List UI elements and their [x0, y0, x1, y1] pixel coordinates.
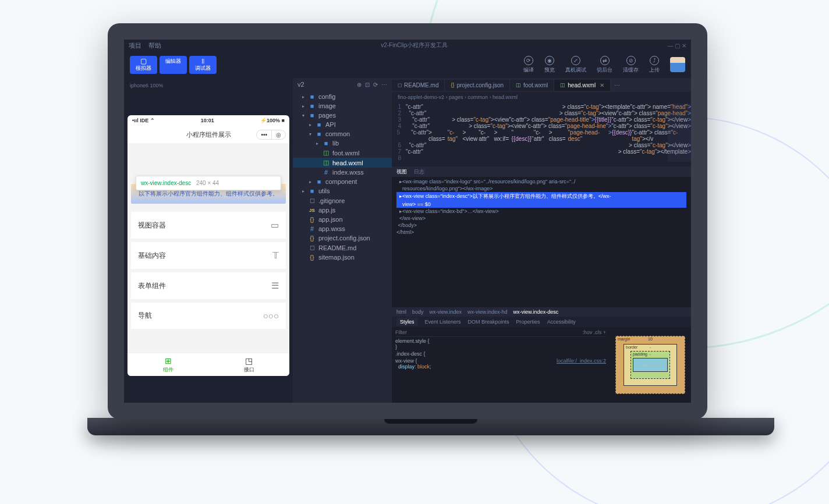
toolbar-action[interactable]: ⊘清缓存 [623, 56, 639, 74]
menu-item[interactable]: 项目 [129, 41, 141, 50]
tree-node[interactable]: ◫head.wxml [293, 158, 392, 168]
styles-subtab[interactable]: Event Listeners [425, 319, 461, 325]
toolbar-action[interactable]: ⟳编译 [523, 56, 534, 74]
tree-header-icon[interactable]: ⟳ [373, 81, 378, 88]
tree-node[interactable]: {}sitemap.json [293, 253, 392, 262]
component-list-item[interactable]: 视图容器▭ [131, 212, 286, 239]
sim-tab[interactable]: ◳接口 [208, 353, 289, 376]
code-editor[interactable]: 1"c-attr"> class="c-tag"><template"c-att… [392, 102, 691, 166]
avatar[interactable] [670, 57, 685, 72]
device-statusbar: •ııl IDE ⌃ 10:01 ⚡100% ■ [127, 115, 289, 126]
tree-node[interactable]: ▸■API [293, 120, 392, 129]
sim-tab[interactable]: ⊞组件 [127, 353, 208, 376]
tree-node[interactable]: ▸■utils [293, 186, 392, 196]
editor-tab[interactable]: ◻README.md [392, 80, 445, 91]
capsule-button[interactable]: ••• ◎ [256, 130, 286, 140]
code-line[interactable]: 6 "c-attr"> class="c-tag"></view> [392, 142, 691, 148]
editor-tab[interactable]: ◫head.wxml✕ [554, 80, 611, 91]
project-root: v2 [297, 81, 304, 88]
breadcrumb[interactable]: fino-applet-demo-v2 › pages › common › h… [392, 92, 691, 102]
laptop-frame: 项目帮助 v2-FinClip小程序开发工具 — ▢ ✕ ▢模拟器编辑器⫴调试器… [87, 23, 728, 471]
devtools-top-tabs[interactable]: 视图日志 [392, 166, 691, 177]
elements-tree[interactable]: ▸<wx-image class="index-logo" src="../re… [392, 177, 691, 307]
component-list-item[interactable]: 表单组件☰ [131, 272, 286, 299]
filter-actions[interactable]: :hov .cls + [582, 329, 606, 335]
more-tabs-icon[interactable]: ⋯ [611, 82, 623, 88]
menu-item[interactable]: 帮助 [148, 41, 161, 50]
tree-header: v2 ⊕⊡⟳⋯ [293, 78, 392, 91]
toolbar-action[interactable]: ⤴上传 [649, 56, 660, 74]
devtools: 视图日志 ▸<wx-image class="index-logo" src="… [392, 166, 691, 403]
window-controls[interactable]: — ▢ ✕ [667, 42, 686, 49]
element-crumb[interactable]: wx-view.index-hd [467, 309, 508, 315]
code-line[interactable]: 4 "c-attr"> class="c-tag"><view"c-attr">… [392, 123, 691, 129]
code-line[interactable]: 7"c-attr"> class="c-tag"></template> [392, 148, 691, 155]
device-header: 小程序组件展示 ••• ◎ [127, 126, 289, 143]
tree-node[interactable]: ▸■config [293, 92, 392, 101]
code-line[interactable]: 5 "c-attr"> class="c-tag"><view"c-attr">… [392, 129, 691, 142]
tree-header-icon[interactable]: ⊕ [357, 81, 362, 88]
editor-panel: ◻README.md{}project.config.json◫foot.wxm… [392, 78, 691, 403]
element-crumb[interactable]: html [396, 309, 406, 315]
tree-node[interactable]: ▸■component [293, 177, 392, 186]
tree-node[interactable]: ▸■lib [293, 139, 392, 148]
css-rule[interactable]: .index-desc {</span></div><div>&nbsp;&nb… [395, 351, 606, 357]
tree-node[interactable]: ▾■pages [293, 111, 392, 120]
tree-node[interactable]: {}app.json [293, 215, 392, 224]
elements-crumbs[interactable]: htmlbodywx-view.indexwx-view.index-hdwx-… [392, 307, 691, 317]
tree-node[interactable]: JSapp.js [293, 205, 392, 215]
element-node[interactable]: </html> [396, 229, 686, 236]
code-line[interactable]: 2 "c-attr"> class="c-tag"><view"c-attr">… [392, 110, 691, 116]
editor-tabs: ◻README.md{}project.config.json◫foot.wxm… [392, 78, 691, 92]
tree-header-icon[interactable]: ⊡ [365, 81, 370, 88]
tree-node[interactable]: #index.wxss [293, 168, 392, 177]
toolbar-pill[interactable]: ▢模拟器 [130, 56, 157, 74]
devtools-tab[interactable]: 视图 [396, 168, 407, 176]
editor-tab[interactable]: {}project.config.json [445, 80, 510, 91]
toolbar-action[interactable]: ⇄切后台 [597, 56, 612, 74]
devtools-tab[interactable]: 日志 [414, 168, 424, 176]
editor-tab[interactable]: ◫foot.wxml [510, 80, 554, 91]
tree-node[interactable]: #app.wxss [293, 224, 392, 233]
code-line[interactable]: 3 "c-attr"> class="c-tag"><view"c-attr">… [392, 116, 691, 123]
element-node[interactable]: </body> [396, 222, 686, 229]
element-node[interactable]: </wx-view> [396, 215, 686, 222]
tree-node[interactable]: ◻.gitignore [293, 196, 392, 205]
toolbar-action[interactable]: ⤢真机调试 [565, 56, 586, 74]
tree-node[interactable]: ◻README.md [293, 243, 392, 253]
element-crumb[interactable]: body [412, 309, 424, 315]
code-line[interactable]: 8 [392, 155, 691, 161]
tree-header-icon[interactable]: ⋯ [381, 81, 387, 88]
tree-node[interactable]: ▾■common [293, 129, 392, 139]
tree-node[interactable]: {}project.config.json [293, 233, 392, 243]
styles-tabs[interactable]: StylesEvent ListenersDOM BreakpointsProp… [392, 317, 691, 327]
toolbar-action[interactable]: ◉预览 [544, 56, 555, 74]
styles-pane[interactable]: Filter :hov .cls + element.style {}.inde… [392, 327, 610, 403]
toolbar-pill[interactable]: ⫴调试器 [189, 56, 217, 74]
toolbar-pill[interactable]: 编辑器 [160, 56, 187, 74]
minimap[interactable] [668, 104, 691, 162]
toolbar: ▢模拟器编辑器⫴调试器 ⟳编译◉预览⤢真机调试⇄切后台⊘清缓存⤴上传 [124, 51, 691, 78]
close-icon[interactable]: ✕ [600, 82, 604, 88]
styles-subtab[interactable]: DOM Breakpoints [468, 319, 509, 325]
element-crumb[interactable]: wx-view.index [430, 309, 462, 315]
code-line[interactable]: 1"c-attr"> class="c-tag"><template"c-att… [392, 104, 691, 110]
simulator-device: •ııl IDE ⌃ 10:01 ⚡100% ■ 小程序组件展示 ••• ◎ [127, 115, 289, 376]
css-rule[interactable]: wx-view {localfile:/_index.css:2 display… [395, 358, 606, 370]
component-list-item[interactable]: 导航○○○ [131, 303, 286, 329]
styles-subtab[interactable]: Accessibility [547, 319, 576, 325]
element-node[interactable]: ▸<wx-image class="index-logo" src="../re… [396, 178, 686, 185]
element-node[interactable]: view> == $0 [396, 201, 686, 208]
component-list-item[interactable]: 基础内容𝕋 [131, 242, 286, 269]
element-node[interactable]: ▸<wx-view class="index-desc">以下将展示小程序官方组… [396, 192, 686, 201]
element-node[interactable]: resources/kind/logo.png"></wx-image> [396, 185, 686, 192]
styles-subtab[interactable]: Properties [516, 319, 540, 325]
styles-subtab[interactable]: Styles [396, 318, 418, 326]
filter-label[interactable]: Filter [395, 329, 407, 335]
ide-root: 项目帮助 v2-FinClip小程序开发工具 — ▢ ✕ ▢模拟器编辑器⫴调试器… [124, 40, 691, 403]
tree-node[interactable]: ▸■image [293, 101, 392, 111]
tree-node[interactable]: ◫foot.wxml [293, 148, 392, 158]
element-crumb[interactable]: wx-view.index-desc [513, 309, 559, 315]
element-node[interactable]: ▸<wx-view class="index-bd">…</wx-view> [396, 208, 686, 215]
css-rule[interactable]: element.style {} [395, 338, 606, 350]
